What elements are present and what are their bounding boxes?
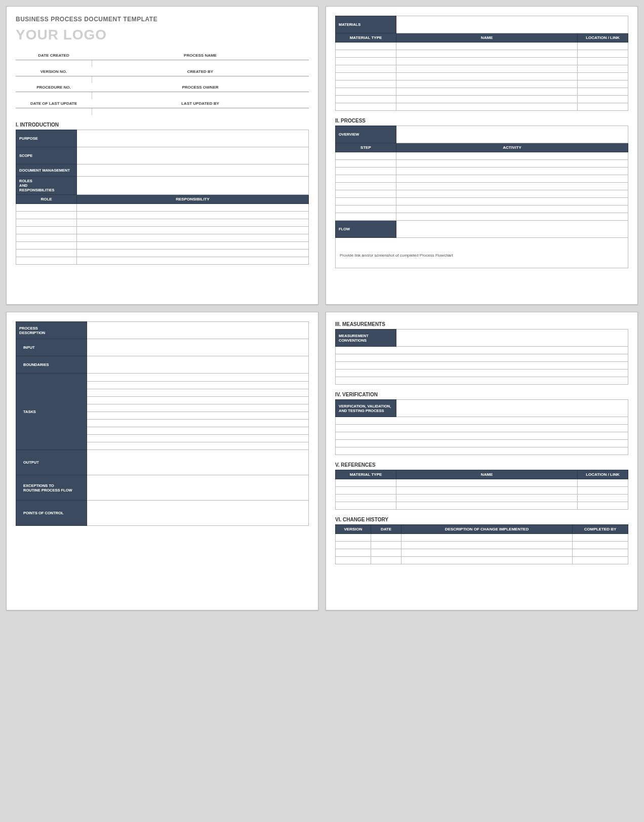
cell[interactable] xyxy=(87,397,309,404)
cell[interactable] xyxy=(336,369,628,377)
cell[interactable] xyxy=(336,432,628,440)
cell[interactable] xyxy=(573,542,628,549)
cell[interactable] xyxy=(16,204,77,212)
cell[interactable] xyxy=(401,534,573,542)
cell[interactable] xyxy=(87,389,309,397)
cell[interactable] xyxy=(336,354,628,362)
cell[interactable] xyxy=(578,495,628,502)
cell[interactable] xyxy=(578,50,628,58)
meta-value[interactable] xyxy=(92,76,309,83)
cell[interactable] xyxy=(578,65,628,73)
cell[interactable] xyxy=(87,404,309,412)
cell[interactable] xyxy=(77,147,309,165)
cell[interactable] xyxy=(396,80,578,88)
cell[interactable] xyxy=(16,219,77,227)
cell[interactable] xyxy=(396,96,578,103)
cell[interactable] xyxy=(16,250,77,257)
cell[interactable] xyxy=(336,96,396,103)
cell[interactable] xyxy=(371,542,401,549)
cell[interactable] xyxy=(16,242,77,250)
cell[interactable] xyxy=(396,479,578,487)
cell[interactable] xyxy=(573,534,628,542)
cell[interactable] xyxy=(336,206,396,213)
cell[interactable] xyxy=(578,58,628,65)
cell[interactable] xyxy=(16,227,77,234)
cell[interactable] xyxy=(336,58,396,65)
cell[interactable] xyxy=(336,152,396,160)
meta-value[interactable] xyxy=(16,76,92,83)
cell[interactable] xyxy=(396,183,628,190)
meta-value[interactable] xyxy=(16,108,92,115)
cell[interactable] xyxy=(336,103,396,111)
cell[interactable] xyxy=(87,442,309,450)
cell[interactable] xyxy=(336,73,396,80)
cell[interactable] xyxy=(336,557,371,564)
cell[interactable] xyxy=(87,420,309,427)
cell[interactable] xyxy=(396,73,578,80)
cell[interactable] xyxy=(336,377,628,385)
cell[interactable] xyxy=(578,80,628,88)
cell[interactable] xyxy=(336,213,396,221)
cell[interactable] xyxy=(396,65,578,73)
cell[interactable] xyxy=(396,221,628,238)
cell[interactable] xyxy=(336,198,396,206)
cell[interactable] xyxy=(396,502,578,510)
cell[interactable] xyxy=(396,43,578,50)
cell[interactable] xyxy=(396,206,628,213)
cell[interactable] xyxy=(396,50,578,58)
cell[interactable] xyxy=(87,374,309,382)
cell[interactable] xyxy=(336,502,396,510)
cell[interactable] xyxy=(87,322,309,339)
cell[interactable] xyxy=(336,440,628,447)
cell[interactable] xyxy=(87,501,309,526)
cell[interactable] xyxy=(401,542,573,549)
cell[interactable] xyxy=(336,160,396,168)
cell[interactable] xyxy=(396,495,578,502)
cell[interactable] xyxy=(77,242,309,250)
cell[interactable] xyxy=(336,542,371,549)
cell[interactable] xyxy=(87,450,309,475)
cell[interactable] xyxy=(396,168,628,175)
cell[interactable] xyxy=(401,557,573,564)
cell[interactable] xyxy=(396,58,578,65)
cell[interactable] xyxy=(396,190,628,198)
meta-value[interactable] xyxy=(92,108,309,115)
cell[interactable] xyxy=(77,177,309,195)
cell[interactable] xyxy=(87,356,309,374)
cell[interactable] xyxy=(396,330,628,347)
cell[interactable] xyxy=(371,557,401,564)
cell[interactable] xyxy=(336,447,628,455)
cell[interactable] xyxy=(336,495,396,502)
cell[interactable] xyxy=(578,73,628,80)
meta-value[interactable] xyxy=(16,92,92,99)
cell[interactable] xyxy=(336,168,396,175)
cell[interactable] xyxy=(16,212,77,219)
cell[interactable] xyxy=(396,88,578,96)
cell[interactable] xyxy=(578,103,628,111)
cell[interactable] xyxy=(578,487,628,495)
cell[interactable] xyxy=(396,175,628,183)
cell[interactable] xyxy=(336,425,628,432)
cell[interactable] xyxy=(336,88,396,96)
cell[interactable] xyxy=(77,257,309,265)
cell[interactable] xyxy=(396,400,628,417)
cell[interactable] xyxy=(87,427,309,435)
cell[interactable] xyxy=(396,103,578,111)
cell[interactable] xyxy=(396,160,628,168)
cell[interactable] xyxy=(77,204,309,212)
meta-value[interactable] xyxy=(92,92,309,99)
cell[interactable] xyxy=(573,557,628,564)
cell[interactable] xyxy=(371,534,401,542)
cell[interactable] xyxy=(16,257,77,265)
cell[interactable] xyxy=(87,435,309,442)
cell[interactable] xyxy=(77,227,309,234)
cell[interactable] xyxy=(87,412,309,420)
cell[interactable] xyxy=(396,152,628,160)
cell[interactable] xyxy=(396,487,578,495)
cell[interactable] xyxy=(336,183,396,190)
cell[interactable] xyxy=(336,487,396,495)
cell[interactable] xyxy=(77,219,309,227)
cell[interactable] xyxy=(578,479,628,487)
cell[interactable] xyxy=(77,130,309,147)
cell[interactable] xyxy=(16,234,77,242)
